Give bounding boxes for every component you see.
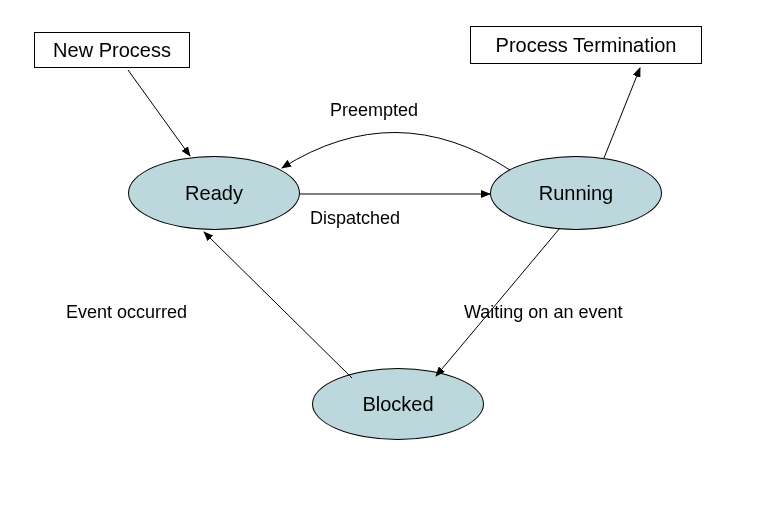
ready-label: Ready: [185, 182, 243, 205]
dispatched-label: Dispatched: [310, 208, 400, 229]
new-process-box: New Process: [34, 32, 190, 68]
process-termination-label: Process Termination: [496, 34, 677, 57]
edge-newprocess-ready: [128, 70, 190, 156]
edge-blocked-ready: [204, 232, 352, 378]
running-state: Running: [490, 156, 662, 230]
ready-state: Ready: [128, 156, 300, 230]
blocked-state: Blocked: [312, 368, 484, 440]
preempted-label: Preempted: [330, 100, 418, 121]
running-label: Running: [539, 182, 614, 205]
waiting-label: Waiting on an event: [464, 302, 622, 323]
event-occurred-label: Event occurred: [66, 302, 187, 323]
new-process-label: New Process: [53, 39, 171, 62]
edge-running-termination: [604, 68, 640, 158]
edge-running-ready-preempted: [282, 132, 510, 170]
process-termination-box: Process Termination: [470, 26, 702, 64]
blocked-label: Blocked: [362, 393, 433, 416]
